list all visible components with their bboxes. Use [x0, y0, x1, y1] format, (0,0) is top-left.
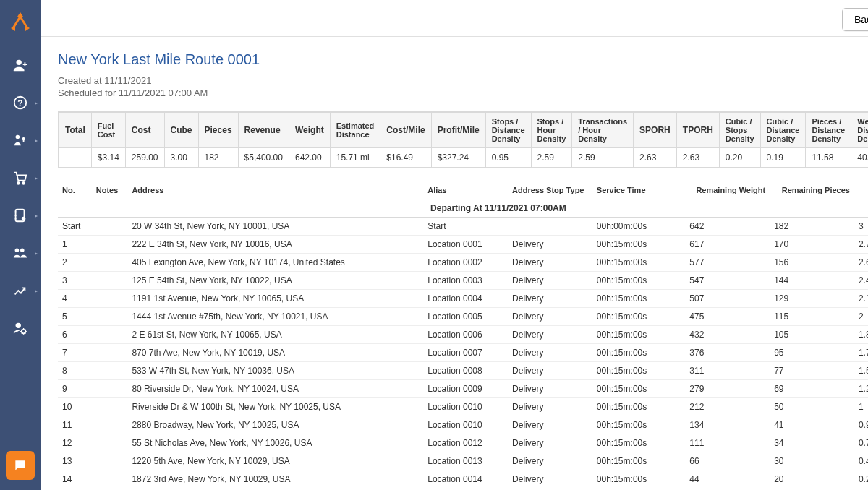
cell-no: 6 [58, 326, 92, 344]
cell-no: 11 [58, 416, 92, 434]
cell-service_time: 00h:00m:00s [592, 218, 685, 236]
cell-type: Delivery [508, 290, 592, 308]
cell-rp: 129 [770, 290, 854, 308]
sidebar-item-add-user[interactable] [0, 46, 41, 84]
cell-address: 1191 1st Avenue, New York, NY 10065, USA [127, 290, 423, 308]
cell-rc: 3 [854, 218, 868, 236]
cell-type: Delivery [508, 254, 592, 272]
table-row: 8533 W 47th St, New York, NY 10036, USAL… [58, 362, 868, 380]
svg-point-17 [16, 323, 21, 328]
summary-table-scroll[interactable]: Total Fuel Cost Cost Cube Pieces Revenue… [58, 111, 868, 168]
svg-marker-0 [17, 12, 23, 17]
sidebar-item-analytics[interactable]: ▸ [0, 272, 41, 309]
col-remaining-cube: Remaining Cube [854, 181, 868, 199]
cell-service_time: 00h:15m:00s [592, 236, 685, 254]
cell-notes [92, 218, 128, 236]
cell-address: 1872 3rd Ave, New York, NY 10029, USA [127, 470, 423, 486]
cell-rp: 95 [770, 344, 854, 362]
cell-address: 2 E 61st St, New York, NY 10065, USA [127, 326, 423, 344]
sidebar-item-team[interactable]: ▸ [0, 234, 41, 272]
svg-line-3 [13, 17, 20, 28]
svg-point-12 [22, 182, 25, 184]
cell-rw: 376 [685, 344, 770, 362]
cell-service_time: 00h:15m:00s [592, 344, 685, 362]
main-content: Back Print New York Last Mile Route 0001… [41, 0, 868, 490]
col-trans-hour-density: Transactions / Hour Density [572, 113, 634, 148]
cell-rp: 105 [770, 326, 854, 344]
sidebar-item-help[interactable]: ? ▸ [0, 84, 41, 121]
cell-rw: 311 [685, 362, 770, 380]
cell-rw: 432 [685, 326, 770, 344]
cell-rp: 69 [770, 380, 854, 398]
cell-alias: Location 0003 [423, 272, 508, 290]
col-cubic-stops-density: Cubic / Stops Density [719, 113, 760, 148]
sidebar-item-settings[interactable] [0, 309, 41, 347]
cell-service_time: 00h:15m:00s [592, 380, 685, 398]
sidebar: ? ▸ ▸ ▸ ▸ ▸ ▸ [0, 0, 41, 490]
cell-rp: 30 [770, 452, 854, 470]
svg-line-4 [20, 17, 27, 28]
col-alias: Alias [423, 181, 508, 199]
cell-rc: 2.1 [854, 290, 868, 308]
cell-type: Delivery [508, 236, 592, 254]
col-fuel-cost: Fuel Cost [91, 113, 125, 148]
cell-no: 1 [58, 236, 92, 254]
cell-rc: 1.7 [854, 344, 868, 362]
sidebar-item-routes[interactable]: ▸ [0, 121, 41, 159]
cell-rc: 1.8 [854, 326, 868, 344]
cell-type: Delivery [508, 416, 592, 434]
sidebar-item-address-book[interactable]: ▸ [0, 197, 41, 234]
col-pieces-dist-density: Pieces / Distance Density [806, 113, 851, 148]
cell-no: 5 [58, 308, 92, 326]
cell-address: Riverside Dr & W 100th St, New York, NY … [127, 398, 423, 416]
table-row: 1255 St Nicholas Ave, New York, NY 10026… [58, 434, 868, 452]
back-button[interactable]: Back [842, 8, 868, 31]
cell-alias: Location 0007 [423, 344, 508, 362]
cell-rc: 2.7 [854, 236, 868, 254]
cell-address: 2880 Broadway, New York, NY 10025, USA [127, 416, 423, 434]
sidebar-item-orders[interactable]: ▸ [0, 159, 41, 197]
cell-rw: 44 [685, 470, 770, 486]
cell-alias: Location 0001 [423, 236, 508, 254]
cell-service_time: 00h:15m:00s [592, 416, 685, 434]
cell-alias: Location 0009 [423, 380, 508, 398]
stops-table-wrap: No. Notes Address Alias Address Stop Typ… [58, 181, 868, 485]
scheduled-for-label: Scheduled for 11/11/2021 07:00 AM [58, 87, 868, 98]
cell-rp: 182 [770, 218, 854, 236]
cell-type: Delivery [508, 308, 592, 326]
cell-rw: 617 [685, 236, 770, 254]
cell-alias: Location 0006 [423, 326, 508, 344]
cell-rc: 2.4 [854, 272, 868, 290]
cell-alias: Location 0010 [423, 398, 508, 416]
cell-type: Delivery [508, 398, 592, 416]
cell-notes [92, 380, 128, 398]
cell-rp: 20 [770, 470, 854, 486]
cell-rw: 507 [685, 290, 770, 308]
svg-rect-7 [25, 62, 26, 66]
svg-point-16 [20, 249, 25, 253]
cell-address: 405 Lexington Ave, New York, NY 10174, U… [127, 254, 423, 272]
cell-service_time: 00h:15m:00s [592, 254, 685, 272]
col-service-time: Service Time [592, 181, 685, 199]
cell-notes [92, 290, 128, 308]
col-cost-mile: Cost/Mile [380, 113, 431, 148]
chevron-right-icon: ▸ [35, 100, 38, 106]
cell-type: Delivery [508, 452, 592, 470]
cell-rc: 0.7 [854, 434, 868, 452]
col-no: No. [58, 181, 92, 199]
chat-button[interactable] [6, 451, 35, 480]
cell-notes [92, 452, 128, 470]
table-row: 980 Riverside Dr, New York, NY 10024, US… [58, 380, 868, 398]
cell-rp: 34 [770, 434, 854, 452]
col-revenue: Revenue [238, 113, 289, 148]
cell-no: 13 [58, 452, 92, 470]
cell-alias: Start [423, 218, 508, 236]
cell-alias: Location 0010 [423, 416, 508, 434]
table-row: 10Riverside Dr & W 100th St, New York, N… [58, 398, 868, 416]
cell-alias: Location 0014 [423, 470, 508, 486]
cell-no: 4 [58, 290, 92, 308]
table-row: Start20 W 34th St, New York, NY 10001, U… [58, 218, 868, 236]
svg-point-5 [17, 60, 22, 65]
col-notes: Notes [92, 181, 128, 199]
cell-notes [92, 434, 128, 452]
